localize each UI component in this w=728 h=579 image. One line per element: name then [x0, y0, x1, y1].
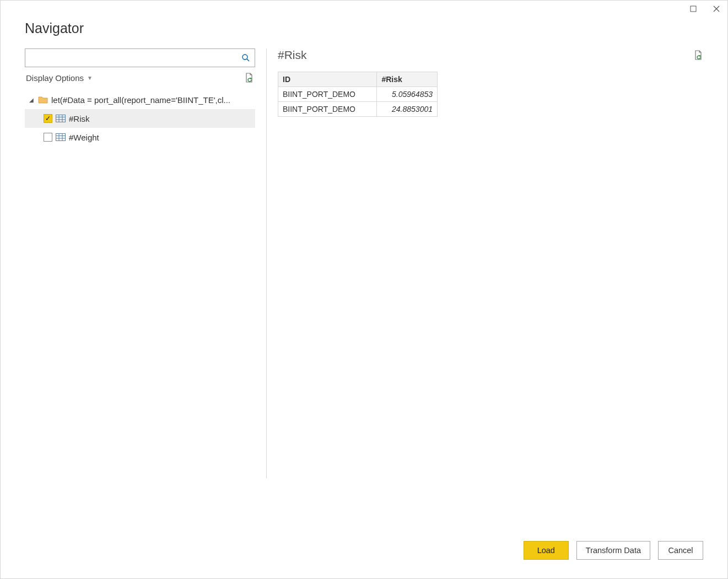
load-button[interactable]: Load: [524, 541, 569, 560]
chevron-down-icon: ▼: [87, 75, 93, 81]
left-panel: Display Options ▼ ◢: [25, 48, 255, 541]
svg-rect-0: [691, 6, 696, 12]
svg-rect-10: [56, 134, 66, 141]
tree-item-risk[interactable]: ✓ #Risk: [25, 109, 255, 128]
footer: Load Transform Data Cancel: [1, 541, 727, 578]
svg-rect-5: [56, 115, 66, 122]
display-options-dropdown[interactable]: Display Options ▼: [26, 73, 93, 83]
cell-id: BIINT_PORT_DEMO: [278, 87, 377, 102]
table-row[interactable]: BIINT_PORT_DEMO 24.8853001: [278, 102, 438, 117]
search-input[interactable]: [30, 49, 241, 67]
page-title: Navigator: [25, 20, 703, 36]
header: Navigator: [1, 17, 727, 48]
document-refresh-icon: [693, 50, 703, 60]
titlebar: [1, 1, 727, 17]
tree-item-label: #Risk: [69, 114, 90, 123]
table-row[interactable]: BIINT_PORT_DEMO 5.05964853: [278, 87, 438, 102]
col-risk[interactable]: #Risk: [377, 72, 438, 87]
transform-data-button[interactable]: Transform Data: [576, 541, 650, 560]
svg-point-3: [242, 55, 247, 59]
vertical-divider: [266, 48, 267, 478]
svg-line-4: [247, 59, 249, 61]
tree-root-label: let(#Data = port_all(report_name='BIINT_…: [51, 95, 230, 105]
right-panel: #Risk ID #Risk: [278, 48, 703, 541]
cancel-button[interactable]: Cancel: [658, 541, 703, 560]
body: Display Options ▼ ◢: [1, 48, 727, 541]
preview-title: #Risk: [278, 48, 307, 62]
checkbox-weight[interactable]: [44, 133, 52, 142]
close-button[interactable]: [709, 1, 724, 17]
cell-risk: 24.8853001: [377, 102, 438, 117]
cell-id: BIINT_PORT_DEMO: [278, 102, 377, 117]
close-icon: [713, 6, 720, 12]
maximize-button[interactable]: [686, 1, 701, 17]
search-icon[interactable]: [241, 53, 250, 62]
document-refresh-icon: [244, 73, 254, 83]
maximize-icon: [690, 6, 697, 12]
display-options-row: Display Options ▼: [25, 67, 255, 88]
table-icon: [56, 133, 66, 141]
refresh-preview-button[interactable]: [693, 50, 703, 60]
checkbox-risk[interactable]: ✓: [44, 114, 52, 123]
refresh-tree-button[interactable]: [244, 73, 254, 83]
table-icon: [56, 115, 66, 122]
display-options-label: Display Options: [26, 73, 84, 83]
nav-tree: ◢ let(#Data = port_all(report_name='BIIN…: [25, 90, 255, 147]
navigator-window: Navigator Display Options ▼: [0, 0, 728, 579]
cell-risk: 5.05964853: [377, 87, 438, 102]
collapse-icon[interactable]: ◢: [29, 97, 35, 103]
preview-header: #Risk: [278, 48, 703, 62]
col-id[interactable]: ID: [278, 72, 377, 87]
tree-item-label: #Weight: [69, 133, 99, 142]
folder-icon: [38, 96, 48, 104]
search-field[interactable]: [25, 48, 255, 67]
preview-table: ID #Risk BIINT_PORT_DEMO 5.05964853 BIIN…: [278, 72, 438, 117]
table-header-row: ID #Risk: [278, 72, 438, 87]
tree-root[interactable]: ◢ let(#Data = port_all(report_name='BIIN…: [25, 90, 255, 109]
tree-item-weight[interactable]: #Weight: [25, 128, 255, 147]
